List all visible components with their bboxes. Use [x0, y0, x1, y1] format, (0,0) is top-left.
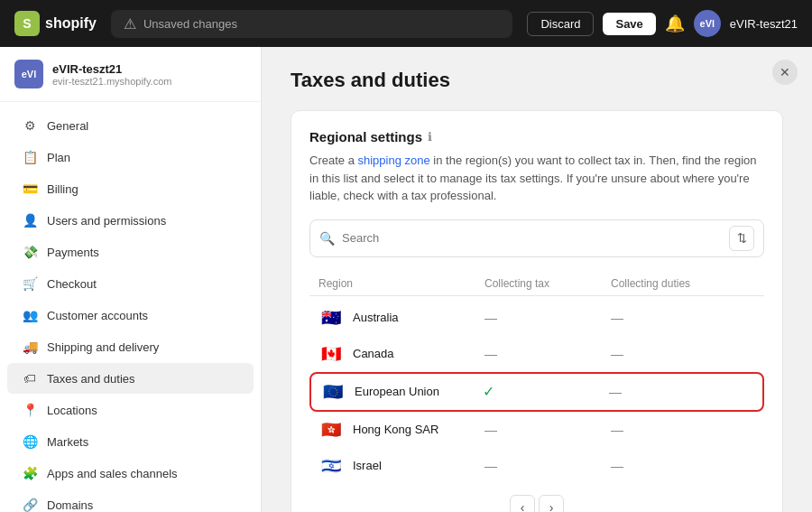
sidebar-item-markets[interactable]: 🌐 Markets	[7, 426, 254, 457]
region-cell: 🇮🇱 Israel	[318, 457, 484, 475]
shipping-zone-link[interactable]: shipping zone	[357, 154, 429, 167]
israel-flag: 🇮🇱	[318, 457, 344, 475]
sidebar-user-info: eVl eVIR-teszt21 evir-teszt21.myshopify.…	[0, 47, 261, 102]
collecting-tax-check: ✓	[483, 383, 609, 400]
sidebar-domain: evir-teszt21.myshopify.com	[52, 76, 171, 87]
general-icon: ⚙	[22, 117, 38, 134]
sidebar-item-label: Apps and sales channels	[47, 467, 178, 480]
info-icon[interactable]: ℹ	[428, 130, 432, 144]
sidebar: eVl eVIR-teszt21 evir-teszt21.myshopify.…	[0, 47, 262, 512]
sidebar-item-label: Checkout	[47, 277, 97, 291]
sidebar-item-customer-accounts[interactable]: 👥 Customer accounts	[7, 300, 254, 330]
locations-icon: 📍	[22, 402, 38, 418]
shopify-logo-icon: S	[14, 11, 40, 36]
sidebar-item-payments[interactable]: 💸 Payments	[7, 237, 254, 267]
sidebar-item-label: Domains	[47, 498, 93, 512]
topnav: S shopify ⚠ Unsaved changes Discard Save…	[0, 0, 812, 47]
region-cell: 🇪🇺 European Union	[320, 383, 483, 401]
regional-settings-card: Regional settings ℹ Create a shipping zo…	[291, 110, 783, 512]
desc-before: Create a	[309, 154, 357, 167]
brand-logo: S shopify	[14, 11, 97, 36]
table-row[interactable]: 🇮🇱 Israel — —	[309, 448, 764, 484]
col-region: Region	[318, 277, 484, 290]
page-title: Taxes and duties	[291, 69, 783, 92]
sidebar-item-taxes[interactable]: 🏷 Taxes and duties	[7, 363, 254, 394]
collecting-duties-value: —	[611, 459, 755, 473]
collecting-tax-value: —	[484, 459, 611, 473]
sidebar-item-general[interactable]: ⚙ General	[7, 110, 254, 141]
close-button[interactable]: ✕	[772, 60, 798, 85]
apps-icon: 🧩	[22, 465, 38, 481]
customer-accounts-icon: 👥	[22, 307, 38, 323]
table-row[interactable]: 🇨🇦 Canada — —	[309, 336, 764, 372]
unsaved-label: Unsaved changes	[143, 17, 237, 31]
notifications-bell-icon[interactable]: 🔔	[665, 14, 685, 33]
sidebar-user-details: eVIR-teszt21 evir-teszt21.myshopify.com	[52, 62, 171, 87]
regional-settings-desc: Create a shipping zone in the region(s) …	[309, 152, 764, 205]
collecting-duties-value: —	[609, 385, 753, 399]
eu-flag: 🇪🇺	[320, 383, 346, 401]
plan-icon: 📋	[22, 149, 38, 165]
search-input[interactable]	[342, 231, 722, 245]
col-collecting-tax: Collecting tax	[484, 277, 611, 290]
checkout-icon: 🛒	[22, 275, 38, 292]
sidebar-item-label: Users and permissions	[47, 214, 166, 228]
sidebar-item-shipping[interactable]: 🚚 Shipping and delivery	[7, 331, 254, 362]
australia-flag: 🇦🇺	[318, 309, 344, 327]
topnav-username: eVIR-teszt21	[730, 17, 798, 31]
sidebar-item-label: Locations	[47, 404, 97, 417]
sidebar-item-locations[interactable]: 📍 Locations	[7, 395, 254, 425]
sidebar-item-billing[interactable]: 💳 Billing	[7, 173, 254, 204]
users-icon: 👤	[22, 212, 38, 228]
unsaved-changes-bar: ⚠ Unsaved changes	[111, 10, 513, 38]
region-search-bar: 🔍 ⇅	[309, 219, 764, 257]
regional-settings-title: Regional settings	[309, 129, 422, 144]
sidebar-item-label: Shipping and delivery	[47, 340, 159, 354]
sidebar-item-checkout[interactable]: 🛒 Checkout	[7, 268, 254, 299]
sidebar-item-label: Customer accounts	[47, 309, 148, 322]
sidebar-item-label: General	[47, 119, 88, 133]
sidebar-item-users[interactable]: 👤 Users and permissions	[7, 205, 254, 236]
collecting-duties-value: —	[611, 423, 755, 437]
shipping-icon: 🚚	[22, 339, 38, 355]
collecting-duties-value: —	[611, 311, 755, 325]
region-cell: 🇭🇰 Hong Kong SAR	[318, 421, 484, 439]
main-layout: eVl eVIR-teszt21 evir-teszt21.myshopify.…	[0, 47, 812, 512]
region-name: Israel	[353, 459, 382, 472]
sidebar-item-plan[interactable]: 📋 Plan	[7, 142, 254, 172]
table-row[interactable]: 🇭🇰 Hong Kong SAR — —	[309, 412, 764, 448]
collecting-tax-value: —	[484, 423, 611, 437]
col-collecting-duties: Collecting duties	[611, 277, 755, 290]
sidebar-nav: ⚙ General 📋 Plan 💳 Billing 👤 Users and p…	[0, 102, 261, 512]
payments-icon: 💸	[22, 244, 38, 260]
pagination-prev[interactable]: ‹	[510, 495, 535, 513]
sidebar-item-label: Billing	[47, 182, 78, 196]
region-name: Canada	[353, 347, 394, 360]
region-name: European Union	[355, 385, 439, 398]
save-button[interactable]: Save	[603, 13, 655, 35]
discard-button[interactable]: Discard	[527, 12, 594, 36]
taxes-icon: 🏷	[22, 370, 38, 386]
sidebar-item-label: Plan	[47, 151, 70, 164]
region-name: Hong Kong SAR	[353, 423, 438, 436]
sort-button[interactable]: ⇅	[729, 226, 754, 251]
brand-name: shopify	[45, 15, 97, 32]
sidebar-item-label: Payments	[47, 246, 99, 259]
collecting-tax-value: —	[484, 347, 611, 361]
sidebar-item-label: Taxes and duties	[47, 372, 135, 386]
topnav-actions: Discard Save 🔔 eVl eVIR-teszt21	[527, 10, 798, 37]
region-name: Australia	[353, 311, 399, 324]
region-cell: 🇦🇺 Australia	[318, 309, 484, 327]
sidebar-item-apps[interactable]: 🧩 Apps and sales channels	[7, 458, 254, 489]
sidebar-item-domains[interactable]: 🔗 Domains	[7, 489, 254, 512]
sidebar-username: eVIR-teszt21	[52, 62, 171, 76]
table-row-eu[interactable]: 🇪🇺 European Union ✓ —	[309, 372, 764, 412]
regional-settings-header: Regional settings ℹ	[309, 129, 764, 144]
domains-icon: 🔗	[22, 497, 38, 512]
table-row[interactable]: 🇦🇺 Australia — —	[309, 300, 764, 336]
sidebar-item-label: Markets	[47, 435, 88, 449]
user-avatar[interactable]: eVl	[694, 10, 721, 37]
markets-icon: 🌐	[22, 433, 38, 450]
canada-flag: 🇨🇦	[318, 345, 344, 363]
pagination-next[interactable]: ›	[539, 495, 564, 513]
